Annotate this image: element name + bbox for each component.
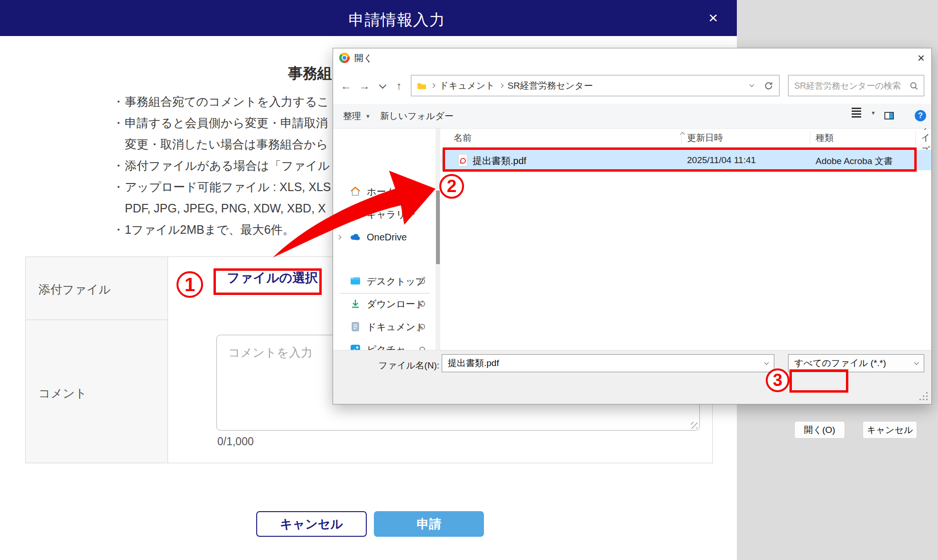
dialog-main: ホーム ギャラリー OneDrive <box>333 129 931 350</box>
view-dropdown-icon[interactable]: ▼ <box>871 110 876 116</box>
back-button[interactable]: ← <box>338 78 354 94</box>
instruction-line: 変更・取消したい場合は事務組合から <box>112 134 331 155</box>
preview-pane-button[interactable] <box>884 112 894 119</box>
view-mode-button[interactable] <box>852 107 861 112</box>
scrollbar-thumb[interactable] <box>436 191 440 264</box>
help-button[interactable]: ? <box>915 110 926 121</box>
dialog-cancel-button[interactable]: キャンセル <box>863 421 917 439</box>
file-row-selected[interactable]: 提出書類.pdf 2025/11/04 11:41 Adobe Acroba 文… <box>442 150 931 170</box>
up-button[interactable]: ↑ <box>391 78 407 94</box>
screen: 申請情報入力 × 事務組 ・事務組合宛てのコメントを入力するこ ・申請すると会員… <box>0 0 938 560</box>
dialog-close-icon[interactable]: × <box>918 51 925 65</box>
desktop-icon <box>350 276 361 286</box>
file-name: 提出書類.pdf <box>473 155 526 167</box>
search-input[interactable]: SR経営労務センターの検索 <box>788 75 924 96</box>
pin-icon <box>419 278 425 284</box>
file-list: 名前 更新日時 種類 サイズ 提出書類.pdf 2025/11/04 11:41… <box>442 129 931 350</box>
filename-dropdown-icon[interactable] <box>764 360 769 365</box>
instruction-line: ・事務組合宛てのコメントを入力するこ <box>112 91 331 112</box>
instruction-line: ・1ファイル2MBまで、最大6件。 <box>112 219 331 240</box>
dialog-toolbar: 整理 ▼ 新しいフォルダー ▼ ? <box>333 104 931 129</box>
dialog-title: 開く <box>354 52 372 64</box>
breadcrumb-documents[interactable]: ドキュメント <box>439 80 495 92</box>
attach-label-cell: 添付ファイル <box>26 257 168 320</box>
address-row: ← → ↑ ドキュメント SR経営労務センター <box>333 67 931 104</box>
folder-icon <box>417 82 427 90</box>
column-header-modified[interactable]: 更新日時 <box>687 129 723 147</box>
pin-icon <box>419 324 425 330</box>
sidebar-item-gallery[interactable]: ギャラリー <box>333 204 435 225</box>
sidebar-item-documents[interactable]: ドキュメント <box>333 316 435 337</box>
open-file-dialog: 開く × ← → ↑ ドキュメント SR経営労務センター <box>333 48 932 404</box>
new-folder-button[interactable]: 新しいフォルダー <box>380 110 454 122</box>
address-bar[interactable]: ドキュメント SR経営労務センター <box>411 75 780 96</box>
dialog-resize-grip[interactable] <box>926 399 928 400</box>
history-dropdown-icon[interactable] <box>374 78 390 94</box>
column-header-size[interactable]: サイズ <box>921 129 931 147</box>
char-counter: 0/1,000 <box>217 435 254 448</box>
document-icon <box>350 321 361 332</box>
expand-chevron-icon[interactable] <box>337 235 342 239</box>
refresh-icon[interactable] <box>764 81 773 91</box>
filename-label: ファイル名(N): <box>333 359 439 372</box>
column-header-type[interactable]: 種類 <box>816 129 834 147</box>
column-header-name[interactable]: 名前 <box>454 129 472 147</box>
pdf-file-icon <box>458 154 467 166</box>
dropdown-icon: ▼ <box>365 113 371 119</box>
sidebar-scrollbar[interactable] <box>436 129 440 350</box>
chrome-icon <box>339 53 350 63</box>
sidebar-item-downloads[interactable]: ダウンロード <box>333 294 435 314</box>
preview-pane-icon <box>884 112 894 119</box>
modal-title: 申請情報入力 <box>0 9 737 31</box>
breadcrumb-chevron-icon <box>499 83 503 88</box>
dialog-footer: ファイル名(N): 提出書類.pdf すべてのファイル (*.*) 開く(O) … <box>333 350 931 404</box>
navigation-pane: ホーム ギャラリー OneDrive <box>333 129 435 350</box>
sidebar-item-pictures[interactable]: ピクチャ <box>333 339 435 350</box>
home-icon <box>350 186 361 197</box>
file-type: Adobe Acroba 文書 <box>816 155 893 167</box>
dialog-titlebar[interactable]: 開く × <box>333 48 931 68</box>
address-dropdown-icon[interactable] <box>750 83 754 87</box>
search-placeholder: SR経営労務センターの検索 <box>794 80 910 92</box>
breadcrumb-current-folder[interactable]: SR経営労務センター <box>508 80 593 92</box>
sidebar-item-desktop[interactable]: デスクトップ <box>333 271 435 292</box>
modal-header: 申請情報入力 × <box>0 0 737 36</box>
open-button[interactable]: 開く(O) <box>794 421 845 439</box>
organize-menu[interactable]: 整理 ▼ <box>343 110 371 122</box>
modal-cancel-button[interactable]: キャンセル <box>256 511 367 537</box>
instruction-line: ・添付ファイルがある場合は「ファイル <box>112 155 331 176</box>
filetype-select[interactable]: すべてのファイル (*.*) <box>788 354 924 372</box>
modal-submit-button[interactable]: 申請 <box>374 511 484 537</box>
gallery-icon <box>350 209 361 220</box>
textarea-resize-handle[interactable] <box>691 422 697 429</box>
breadcrumb-chevron-icon <box>431 83 436 88</box>
attach-label: 添付ファイル <box>38 282 111 297</box>
download-icon <box>350 299 361 309</box>
instruction-line: PDF, JPG, JPEG, PNG, XDW, XBD, X <box>112 198 331 219</box>
pin-icon <box>419 347 425 350</box>
instruction-line: ・アップロード可能ファイル : XLS, XLS <box>112 176 331 198</box>
pin-icon <box>419 301 425 307</box>
sidebar-item-onedrive[interactable]: OneDrive <box>333 227 435 248</box>
search-icon <box>910 82 918 90</box>
filename-input[interactable]: 提出書類.pdf <box>442 354 774 372</box>
forward-button[interactable]: → <box>356 78 372 94</box>
file-modified: 2025/11/04 11:41 <box>687 155 756 165</box>
file-select-button[interactable]: ファイルの選択 <box>227 269 318 286</box>
instruction-list: ・事務組合宛てのコメントを入力するこ ・申請すると会員側から変更・申請取消 変更… <box>112 91 331 240</box>
sidebar-item-home[interactable]: ホーム <box>333 181 435 202</box>
pictures-icon <box>350 344 361 350</box>
page-title: 事務組 <box>288 64 332 83</box>
instruction-line: ・申請すると会員側から変更・申請取消 <box>112 112 331 134</box>
cloud-icon <box>350 232 361 242</box>
filetype-dropdown-icon[interactable] <box>914 360 919 365</box>
close-icon[interactable]: × <box>708 9 718 27</box>
list-view-icon <box>852 110 861 112</box>
comment-label-cell: コメント <box>26 320 168 463</box>
comment-label: コメント <box>38 386 87 401</box>
